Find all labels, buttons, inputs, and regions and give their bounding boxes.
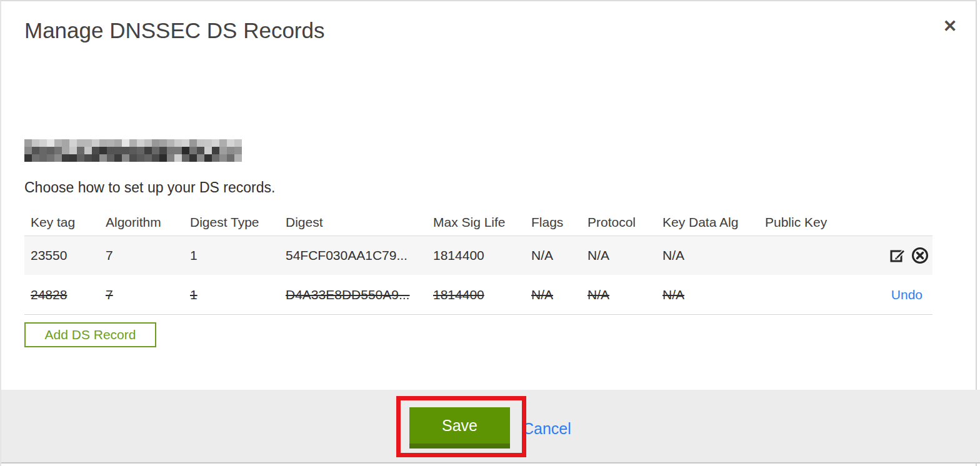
column-header-key-tag: Key tag [31, 215, 106, 230]
cell-key-tag: 24828 [31, 287, 106, 302]
cell-key-tag: 23550 [31, 248, 106, 263]
cell-key-data-alg: N/A [662, 248, 765, 263]
cell-digest: 54FCF030AA1C79... [286, 248, 433, 263]
cell-max-sig-life: 1814400 [433, 287, 531, 302]
row-actions: Undo [846, 287, 932, 302]
row-actions [846, 245, 932, 265]
cancel-link[interactable]: Cancel [522, 419, 571, 439]
column-header-key-data-alg: Key Data Alg [662, 215, 765, 230]
table-row: 23550 7 1 54FCF030AA1C79... 1814400 N/A … [24, 235, 932, 275]
cell-flags: N/A [531, 248, 588, 263]
dialog-bottom-edge [1, 462, 980, 464]
column-header-protocol: Protocol [588, 215, 662, 230]
ds-records-table: Key tag Algorithm Digest Type Digest Max… [24, 209, 932, 315]
cell-digest-type: 1 [190, 248, 286, 263]
column-header-public-key: Public Key [765, 215, 846, 230]
table-header-row: Key tag Algorithm Digest Type Digest Max… [24, 209, 932, 235]
instruction-text: Choose how to set up your DS records. [24, 179, 275, 196]
column-header-max-sig-life: Max Sig Life [433, 215, 531, 230]
save-button[interactable]: Save [409, 407, 510, 449]
column-header-digest: Digest [286, 215, 433, 230]
cell-digest: D4A33E8DD550A9... [286, 287, 433, 302]
column-header-algorithm: Algorithm [106, 215, 190, 230]
cell-max-sig-life: 1814400 [433, 248, 531, 263]
close-icon[interactable]: ✕ [936, 12, 964, 40]
page-title: Manage DNSSEC DS Records [24, 18, 324, 43]
cell-protocol: N/A [588, 248, 662, 263]
cell-flags: N/A [531, 287, 588, 302]
cell-algorithm: 7 [106, 287, 190, 302]
table-row: 24828 7 1 D4A33E8DD550A9... 1814400 N/A … [24, 275, 932, 315]
cell-digest-type: 1 [190, 287, 286, 302]
cell-algorithm: 7 [106, 248, 190, 263]
cell-protocol: N/A [588, 287, 662, 302]
edit-record-icon[interactable] [888, 245, 908, 265]
manage-dnssec-dialog: Manage DNSSEC DS Records ✕ Choose how to… [0, 0, 977, 466]
column-header-digest-type: Digest Type [190, 215, 286, 230]
cell-key-data-alg: N/A [662, 287, 765, 302]
column-header-flags: Flags [531, 215, 588, 230]
add-ds-record-button[interactable]: Add DS Record [24, 322, 156, 347]
delete-record-icon[interactable] [910, 245, 930, 265]
undo-link[interactable]: Undo [891, 287, 930, 302]
redacted-domain-name [24, 139, 242, 162]
